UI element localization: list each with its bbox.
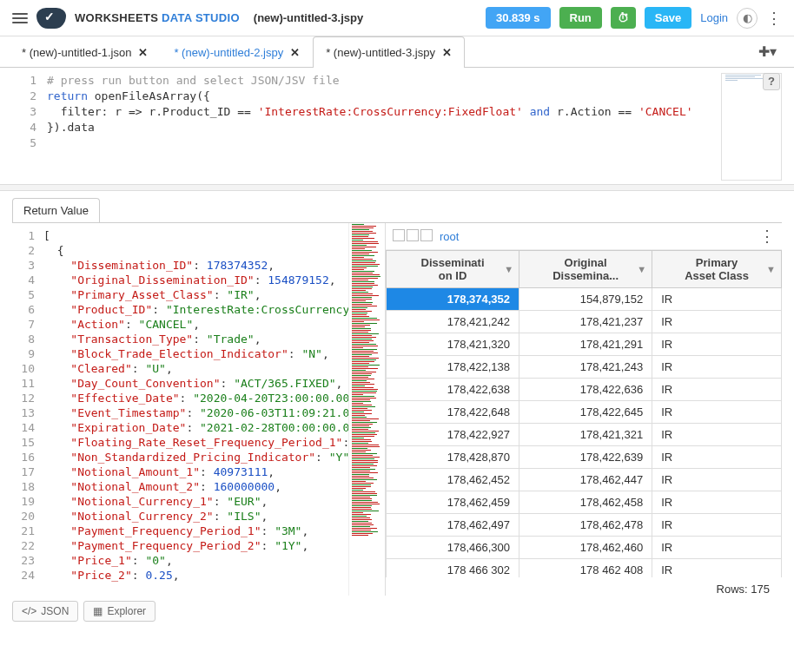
run-button[interactable]: Run	[559, 7, 602, 29]
table-row[interactable]: 178,422,638178,422,636IR	[387, 379, 782, 401]
table-row[interactable]: 178,421,320178,421,291IR	[387, 333, 782, 356]
table-row[interactable]: 178 466 302178 462 408IR	[387, 559, 782, 578]
app-brand: WORKSHEETS DATA STUDIO	[75, 11, 240, 24]
file-tab[interactable]: * (new)-untitled-3.jspy ✕	[313, 36, 465, 68]
table-row[interactable]: 178,422,138178,421,243IR	[387, 356, 782, 379]
file-title: (new)-untitled-3.jspy	[254, 11, 363, 24]
filter-icon[interactable]: ▼	[766, 264, 776, 274]
more-menu-icon[interactable]: ⋮	[766, 9, 782, 28]
table-row[interactable]: 178,466,300178,462,460IR	[387, 537, 782, 559]
table-row[interactable]: 178,462,452178,462,447IR	[387, 469, 782, 491]
close-tab-icon[interactable]: ✕	[442, 46, 452, 59]
explorer-tab-button[interactable]: ▦ Explorer	[83, 601, 155, 622]
save-button[interactable]: Save	[645, 7, 691, 29]
menu-icon[interactable]	[12, 13, 28, 23]
help-icon[interactable]: ?	[763, 73, 780, 90]
app-logo	[36, 8, 66, 29]
close-tab-icon[interactable]: ✕	[290, 46, 300, 59]
table-row[interactable]: 178,422,648178,422,645IR	[387, 401, 782, 424]
json-minimap[interactable]	[348, 223, 385, 596]
column-header[interactable]: OriginalDissemina...▼	[519, 251, 652, 288]
json-viewer[interactable]: 123456789101112131415161718192021222324 …	[12, 223, 386, 596]
filter-icon[interactable]: ▼	[637, 264, 646, 274]
table-row[interactable]: 178,462,459178,462,458IR	[387, 491, 782, 514]
code-editor[interactable]: 12345 # press run button and select JSON…	[0, 68, 794, 181]
view-mode-icons[interactable]	[393, 229, 434, 244]
rows-count: Rows: 175	[386, 577, 782, 596]
table-row[interactable]: 178,428,870178,422,639IR	[387, 446, 782, 469]
column-header[interactable]: Dissemination ID▼	[387, 251, 519, 288]
data-table: Dissemination ID▼OriginalDissemina...▼Pr…	[386, 250, 782, 577]
breadcrumb: root ⋮	[386, 223, 782, 250]
new-tab-button[interactable]: ✚▾	[750, 36, 785, 67]
file-tab[interactable]: * (new)-untitled-2.jspy ✕	[161, 36, 313, 68]
return-value-tab[interactable]: Return Value	[12, 198, 100, 222]
breadcrumb-root[interactable]: root	[440, 230, 459, 243]
run-dropdown-button[interactable]: ⏱	[611, 7, 636, 29]
table-row[interactable]: 178,422,927178,421,321IR	[387, 424, 782, 446]
table-menu-icon[interactable]: ⋮	[759, 227, 775, 246]
table-row[interactable]: 178,462,497178,462,478IR	[387, 514, 782, 537]
table-row[interactable]: 178,421,242178,421,237IR	[387, 311, 782, 333]
file-tabs: * (new)-untitled-1.json ✕* (new)-untitle…	[0, 36, 794, 68]
close-tab-icon[interactable]: ✕	[138, 46, 148, 59]
file-tab[interactable]: * (new)-untitled-1.json ✕	[9, 36, 161, 68]
column-header[interactable]: PrimaryAsset Class▼	[652, 251, 782, 288]
theme-toggle-icon[interactable]: ◐	[737, 8, 758, 29]
pane-divider[interactable]	[0, 184, 794, 191]
table-row[interactable]: 178,374,352154,879,152IR	[387, 288, 782, 311]
elapsed-time-button[interactable]: 30.839 s	[486, 7, 551, 29]
login-link[interactable]: Login	[700, 11, 728, 24]
filter-icon[interactable]: ▼	[504, 264, 513, 274]
json-tab-button[interactable]: </> JSON	[12, 601, 78, 622]
